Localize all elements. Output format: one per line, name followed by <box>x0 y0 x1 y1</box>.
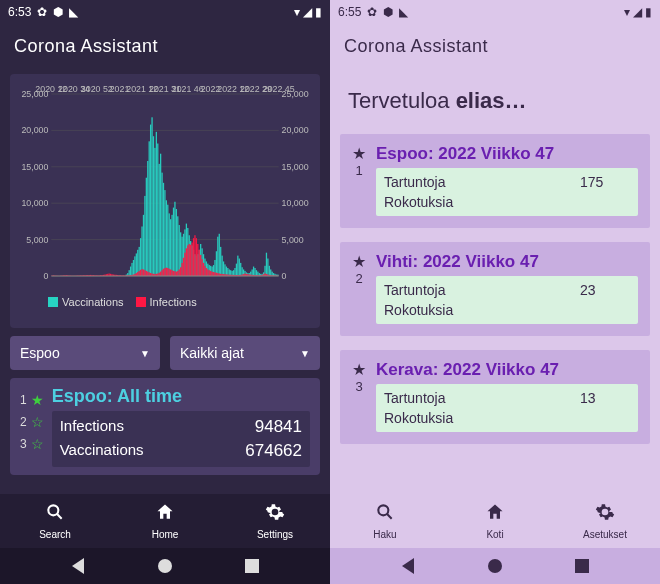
svg-rect-243 <box>204 266 205 276</box>
svg-rect-56 <box>164 190 165 276</box>
svg-rect-53 <box>160 154 161 276</box>
card-table: Tartuntoja13Rokotuksia <box>376 384 638 432</box>
svg-rect-106 <box>236 264 237 276</box>
star-icon[interactable]: ★ <box>352 144 366 163</box>
appbar: Corona Assistant <box>330 24 660 68</box>
svg-rect-232 <box>189 244 190 276</box>
favorite-card[interactable]: ★ 1 Espoo: 2022 Viikko 47 Tartuntoja175R… <box>340 134 650 228</box>
gear-icon <box>595 502 615 527</box>
svg-rect-118 <box>253 267 254 276</box>
svg-rect-108 <box>239 259 240 276</box>
card-title: Espoo: 2022 Viikko 47 <box>376 144 638 164</box>
svg-rect-201 <box>144 270 145 276</box>
row-value <box>580 302 630 318</box>
svg-rect-221 <box>173 271 174 276</box>
nav-home[interactable]: Home <box>110 494 220 548</box>
svg-rect-242 <box>203 263 204 276</box>
gear-icon: ✿ <box>37 6 47 18</box>
svg-text:5,000: 5,000 <box>26 235 48 245</box>
timerange-dropdown-value: Kaikki ajat <box>180 345 244 361</box>
row-label: Rokotuksia <box>384 194 453 210</box>
nav-home[interactable]: Koti <box>440 494 550 548</box>
row-label: Tartuntoja <box>384 174 445 190</box>
svg-rect-198 <box>140 270 141 276</box>
home-button[interactable] <box>156 557 174 575</box>
svg-rect-47 <box>151 117 152 276</box>
screen-search: 6:53 ✿ ⬢ ◣ ▾ ◢ ▮ Corona Assistant 005,00… <box>0 0 330 584</box>
back-button[interactable] <box>399 557 417 575</box>
star-icon[interactable]: ★ <box>31 392 44 408</box>
svg-text:15,000: 15,000 <box>21 162 48 172</box>
star-icon[interactable]: ★ <box>352 360 366 379</box>
svg-rect-66 <box>179 225 180 276</box>
svg-rect-238 <box>197 244 198 276</box>
svg-rect-204 <box>149 272 150 276</box>
nav-settings[interactable]: Asetukset <box>550 494 660 548</box>
signal-icon: ◢ <box>633 6 642 18</box>
back-button[interactable] <box>69 557 87 575</box>
svg-point-296 <box>48 505 58 515</box>
svg-rect-97 <box>223 261 224 276</box>
svg-rect-231 <box>187 245 188 276</box>
svg-rect-218 <box>169 269 170 276</box>
svg-rect-248 <box>211 272 212 276</box>
svg-rect-44 <box>147 161 148 276</box>
svg-rect-230 <box>186 248 187 276</box>
svg-rect-199 <box>141 269 142 276</box>
card-table: Tartuntoja175Rokotuksia <box>376 168 638 216</box>
legend-infections: Infections <box>150 296 197 308</box>
svg-rect-128 <box>267 259 268 276</box>
svg-rect-46 <box>150 125 151 276</box>
nav-search[interactable]: Haku <box>330 494 440 548</box>
svg-rect-52 <box>159 164 160 276</box>
recents-button[interactable] <box>573 557 591 575</box>
recents-button[interactable] <box>243 557 261 575</box>
favorite-card[interactable]: ★ 3 Kerava: 2022 Viikko 47 Tartuntoja13R… <box>340 350 650 444</box>
svg-text:0: 0 <box>43 271 48 281</box>
status-time: 6:53 <box>8 5 31 19</box>
status-time: 6:55 <box>338 5 361 19</box>
signal-icon: ◢ <box>303 6 312 18</box>
svg-rect-55 <box>163 183 164 276</box>
appbar: Corona Assistant <box>0 24 330 68</box>
svg-rect-59 <box>169 213 170 276</box>
svg-rect-250 <box>214 272 215 276</box>
svg-rect-61 <box>171 215 172 276</box>
row-value <box>580 194 630 210</box>
welcome-heading: Tervetuloa elias… <box>340 74 650 126</box>
favorite-card[interactable]: ★ 2 Vihti: 2022 Viikko 47 Tartuntoja23Ro… <box>340 242 650 336</box>
svg-text:2020 52: 2020 52 <box>81 84 113 94</box>
home-button[interactable] <box>486 557 504 575</box>
star-icon[interactable]: ☆ <box>31 414 44 430</box>
svg-rect-234 <box>191 243 192 276</box>
svg-rect-203 <box>147 272 148 276</box>
svg-rect-32 <box>130 267 131 276</box>
svg-rect-54 <box>161 173 162 276</box>
svg-rect-62 <box>173 208 174 276</box>
star-icon[interactable]: ☆ <box>31 436 44 452</box>
svg-rect-48 <box>153 136 154 276</box>
chevron-down-icon: ▼ <box>300 348 310 359</box>
svg-rect-229 <box>184 253 185 276</box>
svg-rect-197 <box>139 271 140 276</box>
svg-rect-43 <box>146 178 147 276</box>
timerange-dropdown[interactable]: Kaikki ajat ▼ <box>170 336 320 370</box>
svg-line-297 <box>57 514 62 519</box>
rank-column: 1★ 2☆ 3☆ <box>20 386 44 467</box>
svg-rect-107 <box>237 256 238 276</box>
svg-rect-247 <box>210 271 211 276</box>
svg-text:10,000: 10,000 <box>282 198 309 208</box>
card-rank: ★ 3 <box>352 360 366 432</box>
star-icon[interactable]: ★ <box>352 252 366 271</box>
nav-search[interactable]: Search <box>0 494 110 548</box>
statusbar: 6:55 ✿ ⬢ ◣ ▾ ◢ ▮ <box>330 0 660 24</box>
region-dropdown[interactable]: Espoo ▼ <box>10 336 160 370</box>
svg-rect-227 <box>181 263 182 276</box>
svg-rect-246 <box>209 270 210 276</box>
nav-settings[interactable]: Settings <box>220 494 330 548</box>
svg-rect-49 <box>154 148 155 276</box>
row-value: 175 <box>580 174 630 190</box>
system-nav <box>0 548 330 584</box>
bottom-nav: Search Home Settings <box>0 494 330 548</box>
row-value <box>580 410 630 426</box>
